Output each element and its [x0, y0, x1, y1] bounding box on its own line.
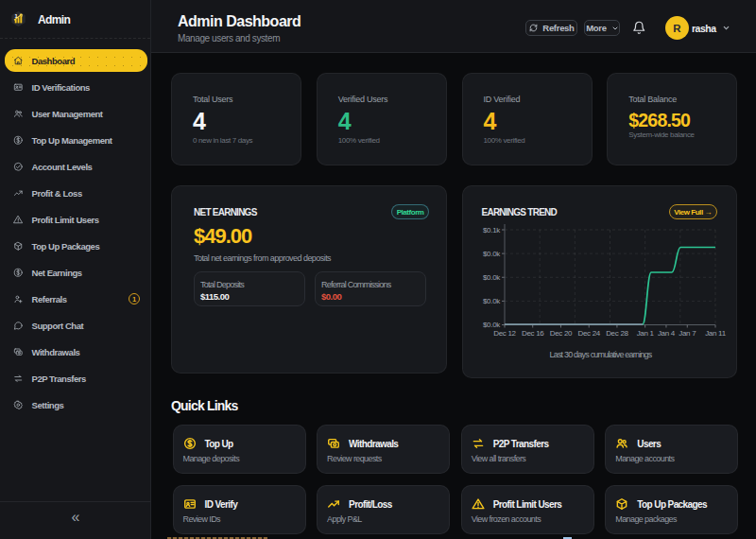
svg-text:Dec 12: Dec 12: [493, 329, 516, 338]
svg-text:$0.0k: $0.0k: [483, 297, 501, 305]
svg-text:$0.0k: $0.0k: [483, 250, 501, 258]
svg-text:$0.0k: $0.0k: [483, 321, 501, 329]
svg-text:$0.1k: $0.1k: [483, 226, 501, 235]
svg-text:Dec 16: Dec 16: [522, 329, 544, 338]
svg-text:Jan 11: Jan 11: [705, 329, 726, 338]
svg-text:Jan 4: Jan 4: [658, 329, 676, 338]
svg-text:Jan 7: Jan 7: [679, 329, 696, 338]
svg-text:Dec 24: Dec 24: [577, 329, 600, 338]
svg-text:Dec 20: Dec 20: [550, 329, 573, 338]
svg-text:$0.0k: $0.0k: [483, 273, 501, 282]
svg-text:Jan 1: Jan 1: [637, 329, 655, 338]
svg-text:Dec 28: Dec 28: [606, 329, 628, 338]
svg-text:1: 1: [14, 13, 17, 19]
